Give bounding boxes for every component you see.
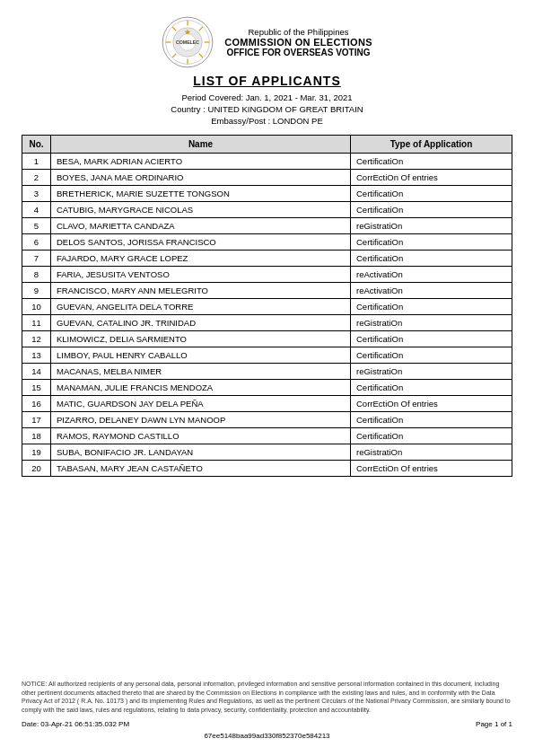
cell-type: reActivatiOn	[351, 283, 512, 299]
cell-name: LimbOy, Paul Henry CaballO	[51, 347, 351, 364]
cell-type: reGistratiOn	[351, 218, 512, 234]
cell-name: Faria, JeSuSita VentOSO	[51, 267, 351, 283]
cell-type: CertificatiOn	[351, 202, 512, 218]
cell-name: KliMOwicz, Delia SarMientO	[51, 331, 351, 347]
office-label: OFFICE FOR OVERSEAS VOTING	[224, 48, 372, 57]
table-header-row: No. Name Type of Application	[22, 136, 512, 154]
table-row: 11Guevan, CatalinO Jr. trinidadreGistrat…	[22, 315, 512, 331]
cell-no: 7	[22, 251, 51, 267]
date-value: 03-Apr-21 06:51:35.032 PM	[40, 720, 129, 728]
cell-name: MatiC, GuardSOn Jay Dela PeÑa	[51, 396, 351, 412]
cell-no: 14	[22, 364, 51, 380]
cell-name: CatubIg, MaryGrace Nicolas	[51, 202, 351, 218]
applicants-table: No. Name Type of Application 1beSa, Mark…	[22, 135, 512, 477]
comelec-logo: COMELEC	[162, 16, 214, 68]
cell-no: 20	[22, 461, 51, 477]
cell-type: CertificatiOn	[351, 154, 512, 170]
cell-type: CertificatiOn	[351, 186, 512, 202]
table-row: 9FranCiSCO, Mary Ann MeleGritOreActivati…	[22, 283, 512, 299]
cell-name: bOyeS, Jana Mae OrdinariO	[51, 170, 351, 186]
cell-no: 1	[22, 154, 51, 170]
applicants-table-container: No. Name Type of Application 1beSa, Mark…	[22, 135, 512, 671]
cell-name: Guevan, Angelita Dela tOrre	[51, 299, 351, 315]
cell-type: reGistratiOn	[351, 315, 512, 331]
cell-no: 2	[22, 170, 51, 186]
table-row: 13LimbOy, Paul Henry CaballOCertificatiO…	[22, 347, 512, 364]
cell-name: Pizarro, Delaney Dawn Lyn ManOOp	[51, 412, 351, 428]
col-header-type: Type of Application	[351, 136, 512, 154]
table-row: 18raMOS, Raymond CaStillOCertificatiOn	[22, 428, 512, 444]
cell-name: deLos SantoS, JOrISSa FranCiSCO	[51, 234, 351, 251]
cell-type: CertificatiOn	[351, 234, 512, 251]
commission-label: COMMISSION ON ELECTIONS	[224, 37, 372, 48]
cell-no: 15	[22, 380, 51, 396]
cell-name: beSa, Mark Adrian AcIertO	[51, 154, 351, 170]
cell-no: 12	[22, 331, 51, 347]
table-row: 15ManaMan, Julie FranCiS MendOzaCertific…	[22, 380, 512, 396]
cell-type: CertificatiOn	[351, 412, 512, 428]
cell-no: 6	[22, 234, 51, 251]
footer-bottom: Date: 03-Apr-21 06:51:35.032 PM Page 1 o…	[22, 720, 512, 728]
cell-type: CertificatiOn	[351, 251, 512, 267]
cell-type: CorrEctiOn Of entries	[351, 461, 512, 477]
cell-no: 18	[22, 428, 51, 444]
table-row: 20tabaSan, Mary Jean CaStaÑetOCorrEctiOn…	[22, 461, 512, 477]
header-text: Republic of the Philippines COMMISSION O…	[224, 27, 372, 57]
cell-type: CertificatiOn	[351, 380, 512, 396]
cell-no: 10	[22, 299, 51, 315]
page: COMELEC Republic of the Philippines COMM…	[0, 0, 534, 756]
title-section: LIST OF APPLICANTS	[22, 74, 512, 88]
table-row: 19Suba, BOnifaCiO Jr. LandayanreGistrati…	[22, 444, 512, 461]
cell-name: bretHerick, Marie Suzette tOngson	[51, 186, 351, 202]
period-label: Period Covered: Jan. 1, 2021 - Mar. 31, …	[22, 92, 512, 102]
cell-type: CertificatiOn	[351, 331, 512, 347]
list-title: LIST OF APPLICANTS	[22, 74, 512, 88]
svg-text:COMELEC: COMELEC	[176, 40, 199, 45]
table-row: 12KliMOwicz, Delia SarMientOCertificatiO…	[22, 331, 512, 347]
cell-no: 19	[22, 444, 51, 461]
cell-name: tabaSan, Mary Jean CaStaÑetO	[51, 461, 351, 477]
cell-type: CertificatiOn	[351, 428, 512, 444]
table-row: 7Fajardo, Mary Grace LOpezCertificatiOn	[22, 251, 512, 267]
cell-no: 5	[22, 218, 51, 234]
cell-no: 9	[22, 283, 51, 299]
cell-name: Clavo, Marietta Candaza	[51, 218, 351, 234]
table-row: 14MaCanas, Melba NimerreGistratiOn	[22, 364, 512, 380]
table-row: 4CatubIg, MaryGrace NicolasCertificatiOn	[22, 202, 512, 218]
country-label: Country : UNITED KINGDOM OF GREAT BRITAI…	[22, 104, 512, 114]
table-row: 8Faria, JeSuSita VentOSOreActivatiOn	[22, 267, 512, 283]
cell-no: 17	[22, 412, 51, 428]
table-row: 16MatiC, GuardSOn Jay Dela PeÑaCorrEctiO…	[22, 396, 512, 412]
date-label: Date:	[22, 720, 39, 728]
cell-type: reGistratiOn	[351, 444, 512, 461]
cell-type: CertificatiOn	[351, 347, 512, 364]
footer-page: Page 1 of 1	[476, 720, 512, 728]
cell-no: 3	[22, 186, 51, 202]
footer-date: Date: 03-Apr-21 06:51:35.032 PM	[22, 720, 129, 728]
cell-name: ManaMan, Julie FranCiS MendOza	[51, 380, 351, 396]
cell-type: reGistratiOn	[351, 364, 512, 380]
col-header-name: Name	[51, 136, 351, 154]
cell-no: 16	[22, 396, 51, 412]
cell-no: 8	[22, 267, 51, 283]
cell-name: MaCanas, Melba Nimer	[51, 364, 351, 380]
footer-notice: NOTICE: All authorized recipients of any…	[22, 680, 512, 715]
cell-no: 4	[22, 202, 51, 218]
cell-name: Guevan, CatalinO Jr. trinidad	[51, 315, 351, 331]
cell-name: raMOS, Raymond CaStillO	[51, 428, 351, 444]
footer-hash: 67ee5148baa99ad330f852370e584213	[22, 732, 512, 740]
table-row: 5Clavo, Marietta CandazareGistratiOn	[22, 218, 512, 234]
embassy-label: Embassy/Post : LONDON PE	[22, 116, 512, 126]
cell-type: reActivatiOn	[351, 267, 512, 283]
table-row: 2bOyeS, Jana Mae OrdinariOCorrEctiOn Of …	[22, 170, 512, 186]
cell-no: 13	[22, 347, 51, 364]
table-row: 1beSa, Mark Adrian AcIertOCertificatiOn	[22, 154, 512, 170]
cell-type: CertificatiOn	[351, 299, 512, 315]
cell-type: CorrEctiOn Of entries	[351, 170, 512, 186]
table-row: 17Pizarro, Delaney Dawn Lyn ManOOpCertif…	[22, 412, 512, 428]
cell-name: Suba, BOnifaCiO Jr. Landayan	[51, 444, 351, 461]
table-row: 10Guevan, Angelita Dela tOrreCertificati…	[22, 299, 512, 315]
cell-name: Fajardo, Mary Grace LOpez	[51, 251, 351, 267]
table-row: 3bretHerick, Marie Suzette tOngsonCertif…	[22, 186, 512, 202]
cell-type: CorrEctiOn Of entries	[351, 396, 512, 412]
